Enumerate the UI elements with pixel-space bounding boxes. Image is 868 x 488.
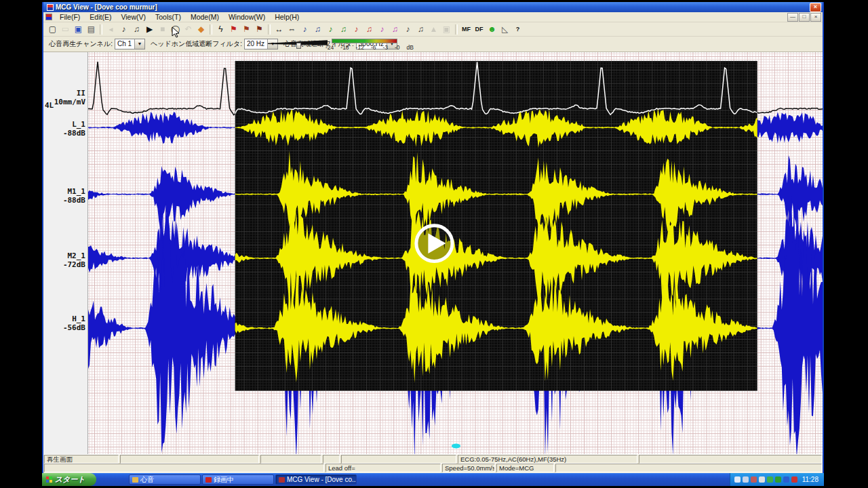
mute-b-icon[interactable]: ♫ [414,24,427,35]
mute-a-icon[interactable]: ♪ [401,24,414,35]
task-button-1[interactable]: 心音 [129,474,201,485]
menu-items: File(F)Edit(E)View(V)Tools(T)Mode(M)Wind… [55,12,304,22]
status-bar: 再生画面 ECG:0.05-75Hz,AC(60Hz),MF(35Hz) Lea… [43,454,823,473]
level-meter [332,39,397,43]
status-ecg-filter: ECG:0.05-75Hz,AC(60Hz),MF(35Hz) [458,455,637,464]
menu-item-mode[interactable]: Mode(M) [186,12,224,22]
window-title: MCG View - [Dove coo murmur] [56,3,810,11]
status-empty-cell [44,464,324,472]
task-button-2[interactable]: 録画中 [202,474,274,485]
toolbar-separator [210,24,212,35]
tray-icon-5[interactable] [775,476,781,483]
gain-down-red-icon[interactable]: ♫ [363,24,376,35]
site-label: 4L [45,101,54,110]
title-bar[interactable]: MCG View - [Dove coo murmur] × [43,2,823,12]
mouse-cursor [172,26,181,39]
flag-prev-icon[interactable]: ⚑ [253,24,266,35]
gain-down-magenta-icon[interactable]: ♫ [389,24,401,35]
menu-item-window[interactable]: Window(W) [224,12,270,22]
flag-set-icon[interactable]: ⚑ [227,24,240,35]
tray-icon-6[interactable] [783,476,789,483]
tray-icon-3[interactable] [759,476,765,483]
open-file-icon: ▭ [59,24,72,35]
toolbar-separator [455,24,458,35]
new-file-icon[interactable]: ▢ [46,24,59,35]
eject-icon: ▲ [427,24,440,35]
meter-tick: -3 [382,44,388,51]
save-icon[interactable]: ▣ [72,24,85,35]
menu-bar: File(F)Edit(E)View(V)Tools(T)Mode(M)Wind… [43,12,823,22]
tray-icons [734,476,797,483]
tray-icon-7[interactable] [791,476,797,483]
meter-tick: -24 [326,44,334,51]
play-icon[interactable]: ▶ [143,24,156,35]
print-icon[interactable]: ▤ [85,24,98,35]
app-icon [47,4,54,11]
sound-device-a-icon[interactable]: ♪ [117,24,130,35]
desktop: MCG View - [Dove coo murmur] × File(F)Ed… [0,0,868,488]
close-button[interactable]: × [810,3,821,12]
mcg-icon [279,477,285,483]
menu-item-view[interactable]: View(V) [116,12,151,22]
df-filter-button[interactable]: DF [473,24,486,35]
mdi-restore-button[interactable]: □ [799,13,810,22]
start-button-label: スタート [55,474,85,485]
folder-icon [132,477,138,483]
lowcut-select-label: ヘッドホン低域遮断フィルタ: [151,39,242,49]
window-split-icon: ▣ [440,24,453,35]
channel-label-L1: L_1-88dB [63,120,85,138]
gain-up-red-icon[interactable]: ♪ [350,24,363,35]
status-playback: 再生画面 [44,455,119,464]
status-lead-off: Lead off= [326,464,441,472]
tray-icon-1[interactable] [743,476,749,483]
task-button-3[interactable]: MCG View - [Dove co... [275,474,357,485]
status-empty-cell [120,455,259,464]
channel-label-M2: M2_1-72dB [63,251,85,269]
help-icon[interactable]: ? [511,24,524,35]
menu-item-help[interactable]: Help(H) [270,12,304,22]
gain-up-green-icon[interactable]: ♪ [324,24,337,35]
channel-select-label: 心音再生チャンネル: [49,39,113,49]
volume-slider-thumb[interactable] [296,43,301,49]
gain-up-magenta-icon[interactable]: ♪ [376,24,389,35]
menu-item-edit[interactable]: Edit(E) [85,12,116,22]
chevron-down-icon[interactable]: ▼ [134,39,144,49]
toolbar-separator [268,24,271,35]
auto-run-icon[interactable]: ϟ [214,24,227,35]
time-expand-icon[interactable]: ⇔ [285,24,298,35]
mdi-close-button[interactable]: × [810,13,821,22]
menu-item-tools[interactable]: Tools(T) [151,12,186,22]
time-compress-icon[interactable]: ↔ [273,24,285,35]
mf-filter-button[interactable]: MF [460,24,473,35]
meter-tick: -6 [371,44,376,51]
tray-chevron-icon[interactable] [734,476,741,483]
status-mode: Mode=MCG [496,464,554,472]
taskbar-clock: 11:28 [802,476,818,483]
event-jump-icon[interactable]: ◆ [195,24,208,35]
gain-down-blue-icon[interactable]: ♫ [311,24,324,35]
taskbar: スタート 心音録画中MCG View - [Dove co... 11:28 [42,473,824,486]
volume-slider[interactable] [268,39,329,47]
start-button[interactable]: スタート [42,473,96,486]
sound-device-b-icon[interactable]: ♫ [130,24,143,35]
tray-icon-2[interactable] [751,476,757,483]
measure-icon[interactable]: ◺ [498,24,511,35]
gain-up-blue-icon[interactable]: ♪ [298,24,311,35]
waveform-plot [88,52,823,454]
mdi-window-controls: ―□× [787,13,823,22]
mdi-minimize-button[interactable]: ― [787,13,798,22]
toolbar: ▢▭▣▤◂♪♫▶■◯↶◆ϟ⚑⚑⚑↔⇔♪♫♪♫♪♫♪♫♪♫▲▣MFDF☻◺? [43,22,823,37]
lowcut-select-value: 20 Hz [245,39,267,49]
stop-icon: ■ [156,24,169,35]
gain-down-green-icon[interactable]: ♫ [337,24,350,35]
video-play-button[interactable] [416,226,452,262]
status-row-2: Lead off= Speed=50.0mm/s Mode=MCG [43,464,823,472]
ecg-lead-label: II10mm/mV [54,89,85,106]
tray-icon-4[interactable] [767,476,773,483]
flag-next-icon[interactable]: ⚑ [240,24,253,35]
status-empty-cell [639,455,822,464]
channel-select[interactable]: Ch 1 ▼ [115,39,145,49]
patient-icon[interactable]: ☻ [486,24,498,35]
video-progress-dot [452,444,460,449]
menu-item-file[interactable]: File(F) [55,12,85,22]
